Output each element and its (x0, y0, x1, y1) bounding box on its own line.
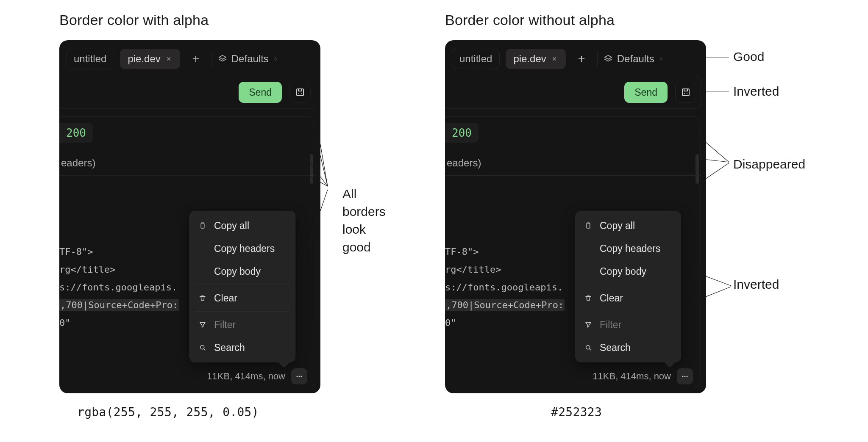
annotation-inverted-1: Inverted (733, 84, 779, 99)
app-panel-right: untitled pie.dev Defaults (445, 40, 706, 393)
menu-item-clear[interactable]: Clear (189, 287, 295, 309)
menu-item-copy-headers[interactable]: Copy headers (189, 237, 295, 260)
layers-icon (604, 54, 613, 64)
context-menu: Copy all Copy headers Copy body (575, 211, 681, 362)
menu-item-copy-headers[interactable]: Copy headers (575, 237, 681, 260)
layers-icon (218, 54, 227, 64)
status-badge: 200 (59, 123, 93, 143)
svg-rect-11 (587, 223, 590, 228)
toolbar-divider (597, 50, 598, 67)
figure-title-left: Border color with alpha (59, 12, 331, 28)
menu-separator (195, 311, 289, 312)
status-bar: 11KB, 414ms, now (445, 365, 701, 388)
figure-caption-right: #252323 (551, 405, 716, 419)
tab-label: pie.dev (513, 53, 546, 65)
context-menu: Copy all Copy headers Copy body (189, 211, 295, 362)
more-icon (295, 372, 303, 381)
more-icon (681, 372, 689, 381)
leader-inverted (704, 84, 801, 101)
tab-label: untitled (459, 53, 492, 65)
tab-pie-dev[interactable]: pie.dev (120, 49, 180, 69)
response-card: 200 eaders) TF-8"> rg</title> s://fonts.… (59, 116, 315, 388)
tab-label: untitled (74, 53, 106, 65)
clipboard-icon (198, 222, 207, 229)
menu-separator (581, 311, 675, 312)
sort-icon (273, 55, 278, 63)
send-button[interactable]: Send (624, 82, 668, 103)
send-button[interactable]: Send (239, 82, 282, 103)
svg-rect-3 (201, 223, 204, 228)
tab-bar: untitled pie.dev Defaults (59, 45, 320, 72)
svg-point-13 (682, 376, 684, 377)
leader-disappeared (699, 133, 797, 183)
menu-item-clear[interactable]: Clear (575, 287, 681, 309)
leader-good (704, 50, 801, 66)
status-text: 11KB, 414ms, now (207, 371, 285, 382)
menu-item-copy-all[interactable]: Copy all (189, 214, 295, 237)
sort-icon (659, 55, 664, 63)
menu-label: Copy body (214, 266, 261, 277)
menu-item-filter[interactable]: Filter (575, 313, 681, 336)
menu-item-search[interactable]: Search (189, 336, 295, 359)
clipboard-icon (584, 222, 593, 229)
svg-point-10 (687, 93, 687, 94)
svg-rect-0 (297, 89, 303, 96)
annotation-all-borders-good: All borders look good (342, 185, 386, 256)
trash-icon (198, 294, 207, 302)
svg-point-7 (301, 376, 302, 377)
menu-item-copy-body[interactable]: Copy body (189, 260, 295, 283)
tab-untitled[interactable]: untitled (66, 49, 114, 69)
tab-untitled[interactable]: untitled (452, 49, 500, 69)
menu-label: Search (600, 342, 631, 354)
svg-point-5 (297, 376, 298, 377)
menu-item-copy-all[interactable]: Copy all (575, 214, 681, 237)
tab-pie-dev[interactable]: pie.dev (506, 49, 565, 69)
filter-icon (584, 321, 593, 329)
menu-label: Copy headers (600, 243, 660, 254)
status-bar: 11KB, 414ms, now (59, 365, 315, 388)
more-button[interactable] (291, 368, 307, 384)
svg-point-9 (684, 93, 685, 94)
status-badge: 200 (445, 123, 479, 143)
toolbar-divider (211, 50, 212, 67)
status-text: 11KB, 414ms, now (593, 371, 671, 382)
tab-label: pie.dev (128, 53, 160, 65)
headers-section-label: eaders) (59, 151, 315, 176)
environment-label: Defaults (231, 53, 269, 65)
search-icon (198, 344, 207, 351)
menu-label: Copy all (214, 220, 249, 232)
save-icon (295, 87, 305, 97)
environment-picker[interactable]: Defaults (604, 53, 664, 65)
svg-rect-8 (682, 89, 689, 96)
annotation-disappeared: Disappeared (733, 157, 805, 171)
action-row: Send (59, 76, 315, 109)
save-response-button[interactable] (675, 82, 696, 103)
new-tab-button[interactable] (572, 49, 591, 69)
svg-point-15 (687, 376, 688, 377)
menu-item-copy-body[interactable]: Copy body (575, 260, 681, 283)
filter-icon (198, 321, 207, 329)
menu-label: Copy all (600, 220, 635, 232)
svg-point-2 (301, 93, 302, 94)
action-row: Send (445, 76, 701, 109)
menu-item-filter[interactable]: Filter (189, 313, 295, 336)
app-panel-left: untitled pie.dev Defaults (59, 40, 320, 393)
send-label: Send (634, 87, 657, 98)
menu-label: Clear (600, 293, 623, 304)
close-tab-icon[interactable] (551, 55, 558, 63)
menu-label: Clear (214, 293, 237, 304)
close-tab-icon[interactable] (165, 55, 172, 63)
menu-label: Copy headers (214, 243, 275, 254)
headers-section-label: eaders) (445, 151, 701, 176)
environment-picker[interactable]: Defaults (218, 53, 278, 65)
annotation-leaders-left (304, 47, 448, 267)
more-button[interactable] (677, 368, 693, 384)
response-card: 200 eaders) TF-8"> rg</title> s://fonts.… (445, 116, 701, 388)
save-response-button[interactable] (289, 82, 311, 103)
svg-point-14 (684, 376, 686, 377)
svg-point-1 (298, 93, 299, 94)
new-tab-button[interactable] (186, 49, 206, 69)
svg-point-12 (586, 345, 590, 349)
figure-title-right: Border color without alpha (445, 12, 716, 28)
menu-item-search[interactable]: Search (575, 336, 681, 359)
